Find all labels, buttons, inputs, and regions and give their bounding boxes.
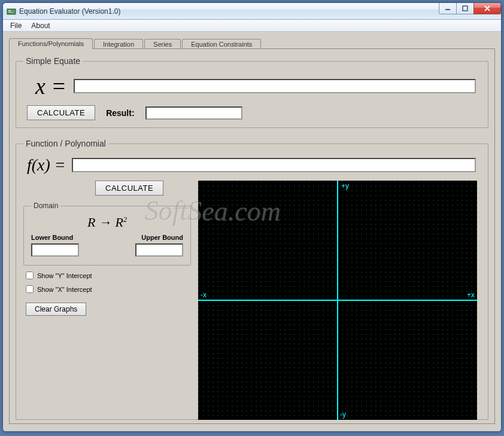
close-button[interactable] bbox=[473, 3, 501, 14]
minimize-button[interactable] bbox=[439, 3, 457, 14]
client-area: Functions/Polynomials Integration Series… bbox=[3, 32, 501, 431]
simple-equate-legend: Simple Equate bbox=[23, 56, 83, 66]
result-label: Result: bbox=[106, 108, 134, 118]
upper-bound-input[interactable] bbox=[135, 243, 183, 257]
show-y-intercept-row[interactable]: Show "Y" Intercept bbox=[26, 272, 191, 279]
svg-rect-1 bbox=[8, 10, 11, 11]
function-legend: Function / Polynomial bbox=[23, 139, 108, 148]
show-x-intercept-row[interactable]: Show "X" Intercept bbox=[26, 285, 191, 293]
titlebar[interactable]: Equation Evaluator (Version1.0) bbox=[3, 3, 501, 20]
svg-rect-2 bbox=[8, 12, 13, 13]
tab-panel-functions: Simple Equate x = CALCULATE Result: Func… bbox=[9, 48, 495, 424]
tab-integration[interactable]: Integration bbox=[94, 39, 143, 49]
domain-group: Domain R → R2 Lower Bound Upper Bound bbox=[23, 202, 191, 266]
window-title: Equation Evaluator (Version1.0) bbox=[19, 7, 120, 16]
show-y-intercept-label: Show "Y" Intercept bbox=[37, 272, 92, 279]
function-polynomial-group: Function / Polynomial f(x) = CALCULATE D… bbox=[16, 139, 488, 420]
function-calculate-button[interactable]: CALCULATE bbox=[95, 181, 163, 196]
graph-canvas[interactable]: +y -y -x +x bbox=[198, 181, 477, 420]
simple-calculate-button[interactable]: CALCULATE bbox=[27, 105, 95, 120]
tabstrip: Functions/Polynomials Integration Series… bbox=[3, 35, 501, 48]
menu-file[interactable]: File bbox=[5, 20, 26, 31]
lower-bound-label: Lower Bound bbox=[31, 234, 105, 241]
upper-bound-label: Upper Bound bbox=[141, 234, 183, 241]
fx-label: f(x) = bbox=[23, 156, 72, 175]
graph-svg bbox=[198, 181, 477, 420]
maximize-icon bbox=[462, 5, 468, 11]
tab-series[interactable]: Series bbox=[144, 39, 181, 49]
function-input[interactable] bbox=[72, 158, 476, 172]
axis-label-plus-y: +y bbox=[341, 182, 349, 190]
app-icon bbox=[7, 7, 16, 16]
svg-rect-0 bbox=[7, 9, 16, 14]
domain-rr2: R → R2 bbox=[31, 215, 183, 230]
close-icon bbox=[484, 5, 491, 11]
show-x-intercept-checkbox[interactable] bbox=[26, 285, 34, 293]
svg-rect-4 bbox=[463, 6, 467, 11]
domain-legend: Domain bbox=[31, 202, 60, 210]
tab-functions[interactable]: Functions/Polynomials bbox=[9, 38, 93, 49]
show-x-intercept-label: Show "X" Intercept bbox=[37, 286, 92, 293]
menu-about[interactable]: About bbox=[26, 20, 54, 31]
x-equals-label: x = bbox=[23, 73, 74, 99]
show-y-intercept-checkbox[interactable] bbox=[26, 272, 34, 279]
svg-rect-3 bbox=[445, 9, 450, 10]
tab-constraints[interactable]: Equation Constraints bbox=[182, 39, 261, 49]
axis-label-minus-x: -x bbox=[201, 291, 207, 299]
maximize-button[interactable] bbox=[456, 3, 474, 14]
axis-label-plus-x: +x bbox=[467, 291, 475, 299]
result-output[interactable] bbox=[145, 106, 242, 120]
menubar: File About bbox=[3, 20, 501, 32]
simple-equate-input[interactable] bbox=[74, 79, 476, 93]
axis-label-minus-y: -y bbox=[340, 410, 346, 419]
clear-graphs-button[interactable]: Clear Graphs bbox=[26, 303, 86, 316]
lower-bound-input[interactable] bbox=[31, 243, 79, 257]
application-window: Equation Evaluator (Version1.0) File Abo… bbox=[2, 2, 502, 432]
simple-equate-group: Simple Equate x = CALCULATE Result: bbox=[16, 56, 488, 128]
minimize-icon bbox=[445, 5, 451, 11]
